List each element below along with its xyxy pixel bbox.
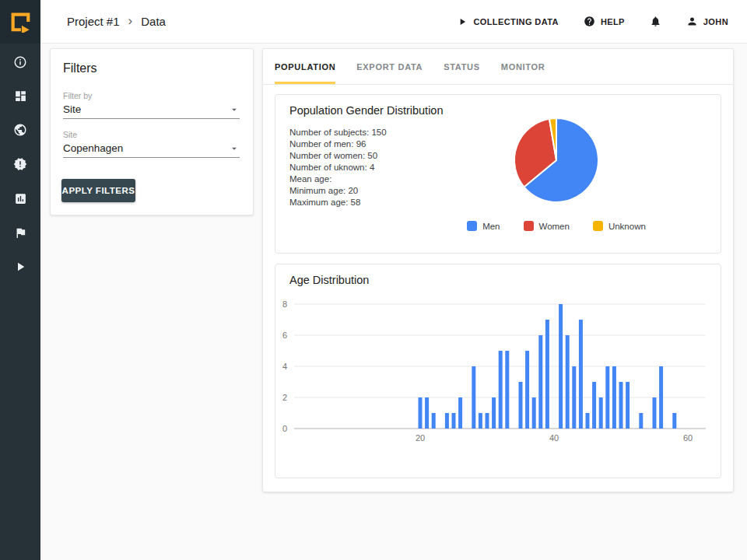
axis-tick-label: 2	[282, 393, 287, 402]
age-bar	[572, 366, 576, 429]
legend-item-women: Women	[524, 221, 570, 231]
age-bar	[525, 351, 529, 429]
age-bar	[445, 413, 449, 429]
sidebar	[0, 0, 40, 560]
axis-tick-label: 60	[683, 433, 693, 443]
legend-item-unknown: Unknown	[593, 221, 646, 231]
breadcrumb: Project #1 › Data	[40, 13, 166, 30]
age-bar	[599, 397, 603, 429]
site-label: Site	[63, 130, 77, 139]
sidebar-item-reports[interactable]	[0, 187, 40, 210]
chevron-right-icon: ›	[128, 13, 133, 29]
bell-icon	[650, 16, 661, 27]
population-gender-card: Population Gender Distribution Number of…	[275, 94, 721, 254]
age-bar	[505, 351, 509, 429]
collecting-data-button[interactable]: COLLECTING DATA	[457, 16, 558, 27]
app-logo[interactable]	[0, 0, 40, 44]
age-bar-chart: 02468204060	[275, 264, 721, 478]
age-bar	[538, 335, 542, 429]
age-bar	[425, 397, 429, 429]
sidebar-item-info[interactable]	[0, 51, 40, 74]
chevron-down-icon	[229, 143, 240, 154]
stat-line: Number of men: 96	[289, 138, 387, 150]
age-bar	[639, 413, 643, 429]
dashboard-icon	[14, 89, 27, 103]
filters-panel: Filters Filter by Site Site Copenhagen A…	[50, 48, 254, 215]
breadcrumb-current-page: Data	[141, 15, 166, 28]
age-bar	[458, 397, 462, 429]
age-bar	[659, 366, 663, 429]
stat-line: Maximum age: 58	[289, 197, 387, 208]
age-bar	[619, 382, 623, 429]
age-distribution-card: 02468204060 Age Distribution	[275, 264, 721, 478]
collecting-data-label: COLLECTING DATA	[473, 17, 558, 26]
axis-tick-label: 6	[282, 331, 287, 340]
age-bar	[472, 366, 475, 429]
flag-icon	[14, 226, 27, 240]
user-label: JOHN	[703, 17, 728, 26]
sidebar-item-dashboard[interactable]	[0, 84, 40, 107]
play-status-icon	[457, 16, 468, 27]
age-bar	[592, 382, 596, 429]
breadcrumb-project-link[interactable]: Project #1	[67, 15, 120, 28]
play-icon	[13, 260, 27, 274]
tab-bar: POPULATION EXPORT DATA STATUS MONITOR	[263, 49, 733, 85]
gender-pie-block: Men Women Unknown	[444, 115, 669, 231]
legend-label: Unknown	[608, 222, 646, 231]
axis-tick-label: 4	[282, 362, 287, 371]
age-bar	[499, 351, 503, 429]
age-bar	[672, 413, 676, 429]
age-bar	[586, 413, 590, 429]
age-bar	[545, 320, 549, 429]
filter-by-label: Filter by	[63, 91, 92, 100]
help-button[interactable]: HELP	[584, 16, 625, 27]
sidebar-item-run[interactable]	[0, 255, 40, 278]
pie-legend: Men Women Unknown	[467, 221, 646, 231]
tab-population[interactable]: POPULATION	[275, 49, 335, 84]
logo-square-arrow-icon	[9, 11, 31, 33]
legend-label: Women	[539, 222, 570, 231]
tab-export-data[interactable]: EXPORT DATA	[356, 49, 423, 84]
age-bar	[579, 320, 583, 429]
age-bar	[653, 397, 657, 429]
globe-icon	[13, 123, 27, 137]
age-bar	[452, 413, 456, 429]
stat-line: Number of women: 50	[289, 150, 387, 162]
age-card-title: Age Distribution	[289, 274, 369, 286]
apply-filters-button[interactable]: APPLY FILTERS	[61, 179, 135, 202]
sidebar-item-flags[interactable]	[0, 221, 40, 244]
age-bar	[566, 335, 570, 429]
age-bar	[419, 397, 423, 429]
legend-swatch	[524, 221, 534, 231]
age-bar	[519, 382, 523, 429]
legend-swatch	[593, 221, 603, 231]
sidebar-item-alerts[interactable]	[0, 152, 40, 176]
stat-line: Mean age:	[289, 173, 387, 185]
age-bar	[486, 413, 489, 429]
site-select[interactable]: Copenhagen	[63, 139, 240, 158]
population-stats: Number of subjects: 150 Number of men: 9…	[289, 127, 387, 208]
user-menu[interactable]: JOHN	[686, 16, 728, 27]
sidebar-item-globe[interactable]	[0, 118, 40, 142]
gender-pie-chart	[511, 115, 601, 205]
stat-line: Number of subjects: 150	[289, 127, 387, 138]
chevron-down-icon	[229, 104, 240, 115]
axis-tick-label: 20	[416, 433, 425, 443]
tab-status[interactable]: STATUS	[444, 49, 480, 84]
age-bar	[492, 397, 496, 429]
age-bar	[612, 366, 616, 429]
tab-monitor[interactable]: MONITOR	[501, 49, 545, 84]
stat-line: Number of uknown: 4	[289, 162, 387, 173]
help-label: HELP	[601, 17, 625, 26]
main-panel: POPULATION EXPORT DATA STATUS MONITOR Po…	[262, 48, 734, 492]
info-icon	[13, 55, 27, 69]
bar-chart-icon	[14, 192, 27, 205]
legend-item-men: Men	[467, 221, 500, 231]
site-value: Copenhagen	[63, 142, 123, 154]
age-bar	[432, 413, 436, 429]
axis-tick-label: 40	[549, 433, 559, 443]
filter-by-select[interactable]: Site	[63, 100, 240, 119]
notifications-button[interactable]	[650, 16, 661, 27]
alert-badge-icon	[13, 157, 27, 171]
topbar: Project #1 › Data COLLECTING DATA HELP J…	[40, 0, 747, 44]
